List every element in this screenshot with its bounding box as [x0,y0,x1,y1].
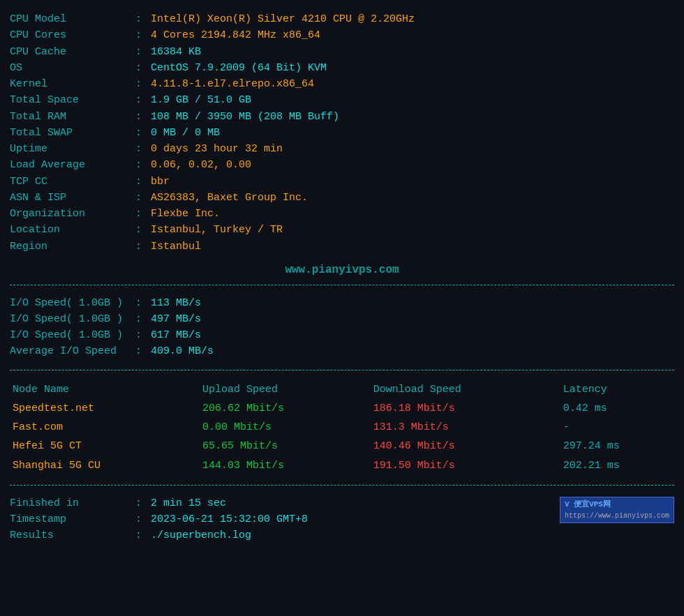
location-value: Istanbul, Turkey / TR [151,222,283,238]
total-swap-value: 0 MB / 0 MB [151,125,220,141]
results-value: ./superbench.log [151,527,251,543]
divider-2 [10,370,674,370]
network-upload-speed: 144.03 Mbit/s [200,456,371,475]
asn-isp-label: ASN & ISP [10,190,135,206]
footer-section: Finished in : 2 min 15 sec Timestamp : 2… [10,491,674,548]
footer-info: Finished in : 2 min 15 sec Timestamp : 2… [10,495,308,544]
watermark: www.pianyivps.com [10,262,674,279]
io3-label: I/O Speed( 1.0GB ) [10,327,135,343]
total-swap-label: Total SWAP [10,125,135,141]
io3-value: 617 MB/s [151,327,201,343]
io2-row: I/O Speed( 1.0GB ) : 497 MB/s [10,311,674,327]
total-ram-value: 108 MB / 3950 MB (208 MB Buff) [151,109,339,125]
io1-label: I/O Speed( 1.0GB ) [10,295,135,311]
org-value: Flexbe Inc. [151,206,220,222]
load-avg-label: Load Average [10,157,135,173]
col-upload-header: Upload Speed [200,380,371,399]
results-label: Results [10,527,135,543]
io2-value: 497 MB/s [151,311,201,327]
finished-row: Finished in : 2 min 15 sec [10,495,308,511]
cpu-cache-label: CPU Cache [10,44,135,60]
location-label: Location [10,222,135,238]
network-node-name: Speedtest.net [10,399,200,418]
total-space-row: Total Space : 1.9 GB / 51.0 GB [10,92,674,108]
cpu-cache-value: 16384 KB [151,44,201,60]
total-swap-row: Total SWAP : 0 MB / 0 MB [10,125,674,141]
asn-isp-value: AS26383, Baxet Group Inc. [151,190,308,206]
uptime-row: Uptime : 0 days 23 hour 32 min [10,141,674,157]
badge-title: V 便宜VPS网 [565,499,669,511]
org-row: Organization : Flexbe Inc. [10,206,674,222]
col-node-header: Node Name [10,380,200,399]
tcp-cc-label: TCP CC [10,174,135,190]
os-label: OS [10,60,135,76]
io1-row: I/O Speed( 1.0GB ) : 113 MB/s [10,295,674,311]
timestamp-label: Timestamp [10,511,135,527]
io-avg-label: Average I/O Speed [10,343,135,359]
io-avg-value: 409.0 MB/s [151,343,214,359]
network-latency: 0.42 ms [560,399,674,418]
divider-3 [10,485,674,486]
uptime-label: Uptime [10,141,135,157]
cpu-cores-value: 4 Cores 2194.842 MHz x86_64 [151,27,320,43]
network-latency: - [560,418,674,437]
total-ram-label: Total RAM [10,109,135,125]
network-table: Node Name Upload Speed Download Speed La… [10,380,674,475]
tcp-cc-value: bbr [151,174,170,190]
cpu-model-value: Intel(R) Xeon(R) Silver 4210 CPU @ 2.20G… [151,11,415,27]
network-download-speed: 186.18 Mbit/s [371,399,560,418]
region-row: Region : Istanbul [10,239,674,255]
org-label: Organization [10,206,135,222]
col-download-header: Download Speed [371,380,560,399]
io3-row: I/O Speed( 1.0GB ) : 617 MB/s [10,327,674,343]
network-upload-speed: 206.62 Mbit/s [200,399,371,418]
io1-value: 113 MB/s [151,295,201,311]
region-value: Istanbul [151,239,201,255]
cpu-cores-row: CPU Cores : 4 Cores 2194.842 MHz x86_64 [10,27,674,43]
finished-value: 2 min 15 sec [151,495,226,511]
io-avg-row: Average I/O Speed : 409.0 MB/s [10,343,674,359]
kernel-row: Kernel : 4.11.8-1.el7.elrepo.x86_64 [10,76,674,92]
location-row: Location : Istanbul, Turkey / TR [10,222,674,238]
network-node-name: Shanghai 5G CU [10,456,200,475]
total-space-value: 1.9 GB / 51.0 GB [151,92,251,108]
badge: V 便宜VPS网 https://www.pianyivps.com [560,497,674,524]
network-download-speed: 131.3 Mbit/s [371,418,560,437]
asn-isp-row: ASN & ISP : AS26383, Baxet Group Inc. [10,190,674,206]
col-latency-header: Latency [560,380,674,399]
network-upload-speed: 0.00 Mbit/s [200,418,371,437]
divider-1 [10,285,674,285]
cpu-cache-row: CPU Cache : 16384 KB [10,44,674,60]
load-avg-value: 0.06, 0.02, 0.00 [151,157,251,173]
os-row: OS : CentOS 7.9.2009 (64 Bit) KVM [10,60,674,76]
timestamp-row: Timestamp : 2023-06-21 15:32:00 GMT+8 [10,511,308,527]
network-node-name: Fast.com [10,418,200,437]
timestamp-value: 2023-06-21 15:32:00 GMT+8 [151,511,308,527]
system-info-section: CPU Model : Intel(R) Xeon(R) Silver 4210… [10,7,674,259]
total-space-label: Total Space [10,92,135,108]
cpu-cores-label: CPU Cores [10,27,135,43]
tcp-cc-row: TCP CC : bbr [10,174,674,190]
cpu-model-row: CPU Model : Intel(R) Xeon(R) Silver 4210… [10,11,674,27]
region-label: Region [10,239,135,255]
os-value: CentOS 7.9.2009 (64 Bit) KVM [151,60,327,76]
cpu-model-label: CPU Model [10,11,135,27]
io-section: I/O Speed( 1.0GB ) : 113 MB/s I/O Speed(… [10,291,674,364]
network-table-row: Shanghai 5G CU144.03 Mbit/s191.50 Mbit/s… [10,456,674,475]
network-table-row: Hefei 5G CT65.65 Mbit/s140.46 Mbit/s297.… [10,437,674,456]
network-download-speed: 140.46 Mbit/s [371,437,560,456]
network-table-row: Speedtest.net206.62 Mbit/s186.18 Mbit/s0… [10,399,674,418]
finished-label: Finished in [10,495,135,511]
network-latency: 297.24 ms [560,437,674,456]
io2-label: I/O Speed( 1.0GB ) [10,311,135,327]
uptime-value: 0 days 23 hour 32 min [151,141,283,157]
load-avg-row: Load Average : 0.06, 0.02, 0.00 [10,157,674,173]
network-table-row: Fast.com0.00 Mbit/s131.3 Mbit/s- [10,418,674,437]
network-section: Node Name Upload Speed Download Speed La… [10,376,674,479]
total-ram-row: Total RAM : 108 MB / 3950 MB (208 MB Buf… [10,109,674,125]
kernel-label: Kernel [10,76,135,92]
network-node-name: Hefei 5G CT [10,437,200,456]
network-download-speed: 191.50 Mbit/s [371,456,560,475]
network-upload-speed: 65.65 Mbit/s [200,437,371,456]
network-latency: 202.21 ms [560,456,674,475]
